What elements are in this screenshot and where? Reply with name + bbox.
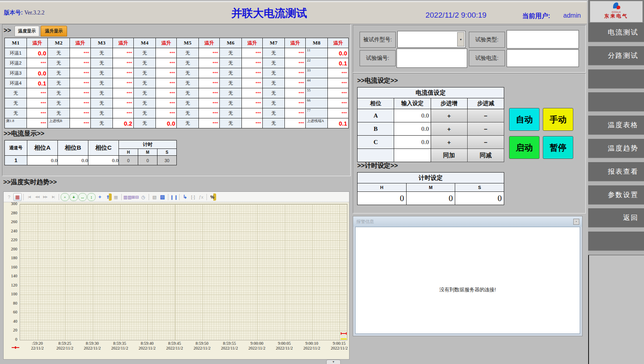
- last-page-icon[interactable]: ▶|: [49, 193, 57, 201]
- start-button[interactable]: 启动: [509, 136, 540, 159]
- data-view-icon[interactable]: ▦: [13, 193, 22, 201]
- nav-return[interactable]: 返回: [588, 208, 644, 227]
- test-number-input[interactable]: [397, 49, 467, 68]
- zoom-vertical-icon[interactable]: ↕: [87, 193, 96, 201]
- channel-cell: 55: [306, 88, 328, 98]
- temp-value-cell: ***: [70, 58, 91, 68]
- y-axis-label: 100: [4, 292, 17, 296]
- rewind-icon[interactable]: ◀◀: [33, 193, 41, 201]
- tab-temp-rise-display[interactable]: 温升显示: [41, 26, 67, 37]
- nav-param-settings[interactable]: 参数设置: [588, 185, 644, 204]
- chart-scroll-down-button[interactable]: ▼: [326, 360, 341, 364]
- channel-cell: 33: [306, 68, 328, 78]
- temp-value-cell: ***: [113, 68, 134, 78]
- add-remove-icon[interactable]: ⊞⊟: [131, 193, 139, 201]
- nav-blank-1[interactable]: [588, 69, 644, 88]
- channel-cell: 环温4: [5, 78, 27, 88]
- temp-value-cell: 0.1: [27, 78, 48, 88]
- forward-icon[interactable]: ▶▶: [41, 193, 49, 201]
- nav-blank-2[interactable]: [588, 92, 644, 111]
- bounds-icon[interactable]: [·]: [189, 193, 197, 201]
- phase-a-set-input[interactable]: 0.0: [394, 109, 431, 122]
- current-set-row: A0.0+−: [358, 109, 504, 122]
- temp-value-cell: ***: [113, 88, 134, 98]
- compress-icon[interactable]: ↳: [181, 193, 189, 201]
- all-increase-button[interactable]: 同加: [431, 149, 467, 162]
- auto-button[interactable]: 自动: [509, 108, 540, 131]
- step-dec-c-button[interactable]: −: [467, 136, 504, 149]
- channel-cell: 无: [134, 58, 156, 68]
- zoom-box-icon[interactable]: ▫: [61, 193, 69, 201]
- tab-temperature-display[interactable]: 温度显示: [14, 26, 39, 37]
- step-dec-b-button[interactable]: −: [467, 122, 504, 136]
- manual-button[interactable]: 手动: [543, 108, 573, 131]
- col-minutes: M: [138, 149, 157, 156]
- timer-s-input[interactable]: 0: [455, 192, 504, 205]
- nav-branch-test[interactable]: 分路测试: [588, 46, 644, 65]
- timer-m-input[interactable]: 0: [406, 192, 455, 205]
- step-dec-a-button[interactable]: −: [467, 109, 504, 122]
- grid-icon[interactable]: ▦: [112, 193, 120, 201]
- y-axis-label: 0: [4, 337, 17, 342]
- pause-run-button[interactable]: 暂停: [543, 136, 573, 159]
- timer-set-table: 计时设定 H M S 0 0 0: [357, 172, 504, 205]
- trend-title: >>温度实时趋势>>: [3, 178, 57, 187]
- pause-icon[interactable]: ❙❙: [170, 193, 178, 201]
- scale-axis-icon[interactable]: ⇑: [104, 193, 112, 201]
- timer-h-input[interactable]: 0: [358, 192, 407, 205]
- temp-value-cell: ***: [113, 58, 134, 68]
- temp-value-cell: ***: [27, 58, 48, 68]
- nav-blank-3[interactable]: [588, 232, 644, 250]
- col-phase-b: 相位B: [58, 140, 88, 156]
- col-seconds: S: [157, 149, 177, 156]
- test-current-input[interactable]: [507, 49, 579, 67]
- y-axis-label: 160: [4, 265, 17, 269]
- alarm-popout-button[interactable]: ▪: [573, 219, 579, 225]
- channel-cell: 无: [177, 58, 199, 68]
- device-model-select-dropdown-button[interactable]: ▼: [457, 32, 464, 47]
- export-left-icon[interactable]: ▧: [151, 193, 158, 201]
- nav-temp-trend[interactable]: 温度趋势: [588, 139, 644, 158]
- x-axis-time: 9:00:15: [322, 341, 350, 346]
- temp-value-cell: ***: [285, 98, 306, 108]
- temp-value-cell: ***: [242, 58, 263, 68]
- temp-value-cell: ***: [242, 78, 263, 88]
- trend-plot[interactable]: [20, 204, 348, 340]
- nav-temp-table[interactable]: 温度表格: [588, 116, 644, 134]
- channel-cell: 环温1: [5, 48, 27, 58]
- zoom-horizontal-icon[interactable]: ↔: [78, 193, 87, 201]
- channel-cell: 无: [220, 48, 242, 58]
- percent-scale-icon[interactable]: %: [209, 193, 216, 201]
- nav-report-view[interactable]: 报表查看: [588, 162, 644, 181]
- cursor-pair-icon[interactable]: ▥▥: [123, 193, 131, 201]
- x-axis-label: 9:00:152022/11/2: [322, 341, 350, 351]
- channel-cell: 无: [48, 108, 70, 118]
- device-model-select[interactable]: ▼: [397, 31, 466, 48]
- col-timer-h: H: [358, 183, 407, 192]
- fx-icon[interactable]: ƒx: [197, 193, 205, 201]
- all-decrease-button[interactable]: 同减: [467, 149, 504, 162]
- temp-value-cell: ***: [27, 98, 48, 108]
- zoom-in-icon[interactable]: +: [70, 193, 78, 201]
- temp-value-cell: ***: [27, 88, 48, 98]
- phase-b-set-input[interactable]: 0.0: [394, 122, 431, 136]
- step-inc-b-button[interactable]: +: [431, 122, 467, 136]
- channel-cell: 无: [134, 118, 156, 128]
- phase-c-set-input[interactable]: 0.0: [394, 136, 431, 149]
- temp-table-row: 无***无***无***无***无***无***无***66***: [5, 98, 349, 108]
- first-page-icon[interactable]: |◀: [25, 193, 33, 201]
- temp-value-cell: ***: [113, 78, 134, 88]
- step-inc-a-button[interactable]: +: [431, 109, 467, 122]
- help-icon[interactable]: ?: [5, 193, 13, 201]
- export-right-icon[interactable]: ▨: [159, 193, 166, 201]
- temp-value-cell: ***: [242, 88, 263, 98]
- temp-value-cell: ***: [156, 98, 177, 108]
- nav-current-test[interactable]: 电流测试: [588, 23, 644, 42]
- step-inc-c-button[interactable]: +: [431, 136, 467, 149]
- toolbar-separator: [206, 194, 207, 200]
- time-axis-icon[interactable]: ◷: [139, 193, 147, 201]
- test-type-input[interactable]: [507, 30, 579, 49]
- pan-icon[interactable]: +: [96, 193, 104, 201]
- company-logo: DONGLAI 东来电气: [590, 1, 643, 22]
- temp-table-row: 无***无***无***无***无***无***无***77***: [5, 108, 349, 118]
